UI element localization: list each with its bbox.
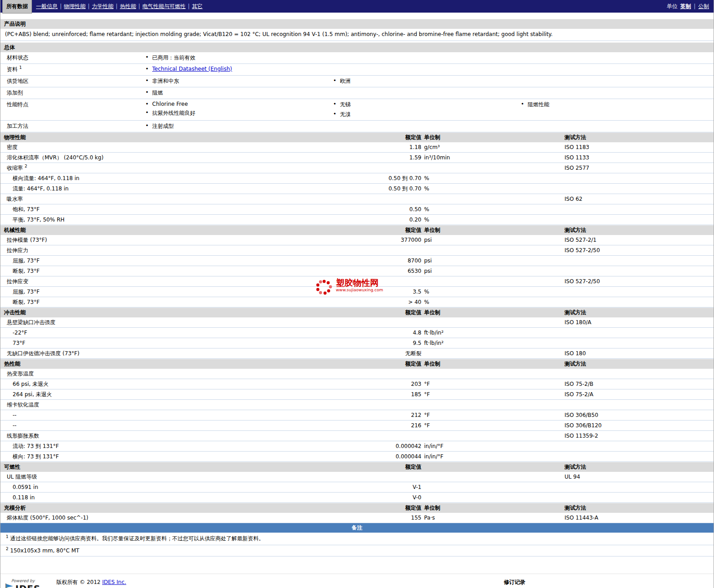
property-label: -22°F bbox=[0, 330, 311, 336]
property-unit: psi bbox=[421, 268, 562, 274]
table-row: 平衡, 73°F, 50% RH 0.20 % bbox=[0, 215, 714, 225]
test-method: ISO 180 bbox=[562, 350, 714, 357]
section-header-mechanical: 机械性能 额定值 单位制 测试方法 bbox=[0, 225, 714, 235]
powered-by-label: Powered by bbox=[5, 579, 54, 583]
table-row: 横向流量: 464°F, 0.118 in 0.50 到 0.70 % bbox=[0, 173, 714, 184]
column-header-value: 额定值 bbox=[311, 463, 421, 471]
table-row: 资料 1 Technical Datasheet (English) bbox=[0, 64, 714, 76]
test-method: ISO 11359-2 bbox=[562, 433, 714, 439]
column-header-value: 额定值 bbox=[311, 226, 421, 234]
table-row: 吸水率 ISO 62 bbox=[0, 194, 714, 204]
property-label: 66 psi, 未退火 bbox=[0, 380, 311, 388]
table-row: 断裂, 73°F > 40 % bbox=[0, 297, 714, 308]
property-label: 加工方法 bbox=[0, 122, 140, 130]
table-row: 悬壁梁缺口冲击强度 ISO 180/A bbox=[0, 317, 714, 328]
property-label: 线形膨胀系数 bbox=[0, 432, 311, 440]
bullet-value: 阻燃 bbox=[145, 89, 328, 97]
table-row: 性能特点 Chlorine Free 抗紫外线性能良好 无锑 无溴 阻燃性能 bbox=[0, 99, 714, 121]
section-title: 总体 bbox=[4, 44, 15, 50]
column-header-value: 额定值 bbox=[311, 360, 421, 368]
tab-all-data[interactable]: 所有数据 bbox=[2, 0, 32, 14]
property-value: 0.50 到 0.70 bbox=[311, 175, 421, 182]
bullet-value: 无溴 bbox=[333, 111, 515, 118]
ides-logo[interactable]: Powered by IDES bbox=[5, 579, 54, 588]
copyright-block: 版权所有 © 2012 IDES Inc. 此数据表中的信息由 IDES 从该材… bbox=[54, 579, 504, 588]
property-label: 悬壁梁缺口冲击强度 bbox=[0, 319, 311, 326]
technical-datasheet-link[interactable]: Technical Datasheet (English) bbox=[152, 66, 232, 72]
tab-other[interactable]: 其它 bbox=[192, 3, 203, 10]
property-label: 屈服, 73°F bbox=[0, 288, 311, 296]
property-label: 拉伸应变 bbox=[0, 278, 311, 285]
property-unit: % bbox=[421, 185, 562, 192]
bullet-value: Technical Datasheet (English) bbox=[145, 66, 328, 72]
table-row: 拉伸应变 ISO 527-2/50 bbox=[0, 276, 714, 287]
property-label: 维卡软化温度 bbox=[0, 401, 311, 409]
notes-header: 备注 bbox=[0, 523, 714, 533]
tab-physical[interactable]: 物理性能 bbox=[64, 3, 86, 10]
property-value: 1.59 bbox=[311, 154, 421, 161]
top-navigation: 所有数据 一般信息 物理性能 力学性能 热性能 电气性能与可燃性 其它 单位 英… bbox=[0, 0, 714, 13]
units-separator bbox=[694, 3, 696, 9]
property-label: 密度 bbox=[0, 144, 311, 151]
column-header-value: 额定值 bbox=[311, 309, 421, 317]
column-header-unit: 单位制 bbox=[421, 226, 562, 234]
units-english-link[interactable]: 英制 bbox=[680, 3, 691, 10]
table-row: 维卡软化温度 bbox=[0, 400, 714, 410]
section-header-impact: 冲击性能 额定值 单位制 测试方法 bbox=[0, 308, 714, 317]
section-title: 产品说明 bbox=[4, 21, 26, 27]
table-row: 264 psi, 未退火 185 °F ISO 75-2/A bbox=[0, 389, 714, 400]
property-value: 0.50 到 0.70 bbox=[311, 185, 421, 193]
property-unit: % bbox=[421, 299, 562, 305]
section-header-general: 总体 bbox=[0, 42, 714, 52]
property-unit: % bbox=[421, 175, 562, 181]
property-value: 0.000042 bbox=[311, 443, 421, 449]
tab-general-info[interactable]: 一般信息 bbox=[36, 3, 58, 10]
table-row: 横向: 73 到 131°F 0.000044 in/in/°F bbox=[0, 452, 714, 462]
bullet-value: 非洲和中东 bbox=[145, 77, 328, 85]
table-row: 断裂, 73°F 6530 psi bbox=[0, 266, 714, 276]
property-label: 73°F bbox=[0, 340, 311, 346]
property-unit: % bbox=[421, 289, 562, 295]
property-unit: °F bbox=[421, 391, 562, 398]
property-value: 8700 bbox=[311, 258, 421, 264]
note-item: 2 150x105x3 mm, 80°C MT bbox=[0, 545, 714, 556]
property-label: 横向: 73 到 131°F bbox=[0, 453, 311, 461]
tab-thermal[interactable]: 热性能 bbox=[120, 3, 136, 10]
property-label: 材料状态 bbox=[0, 54, 140, 62]
property-value: 216 bbox=[311, 422, 421, 429]
column-header-unit: 单位制 bbox=[421, 134, 562, 141]
bullet-value: 已商用：当前有效 bbox=[145, 54, 328, 62]
property-label: 流量: 464°F, 0.118 in bbox=[0, 185, 311, 193]
ides-inc-link[interactable]: IDES Inc. bbox=[102, 579, 126, 585]
property-label: 流动: 73 到 131°F bbox=[0, 443, 311, 450]
property-unit: ft·lb/in² bbox=[421, 340, 562, 346]
property-value: 6530 bbox=[311, 268, 421, 274]
section-header-physical: 物理性能 额定值 单位制 测试方法 bbox=[0, 132, 714, 142]
property-label: UL 阻燃等级 bbox=[0, 473, 311, 481]
property-label: 屈服, 73°F bbox=[0, 257, 311, 265]
property-unit: in³/10min bbox=[421, 154, 562, 161]
property-label: 断裂, 73°F bbox=[0, 299, 311, 306]
property-label: -- bbox=[0, 422, 311, 429]
table-row: 66 psi, 未退火 203 °F ISO 75-2/B bbox=[0, 379, 714, 389]
table-row: 屈服, 73°F 3.5 % bbox=[0, 287, 714, 297]
property-unit: in/in/°F bbox=[421, 443, 562, 449]
bullet-value: Chlorine Free bbox=[145, 101, 328, 107]
test-method: ISO 1133 bbox=[562, 154, 714, 161]
bullet-value: 无锑 bbox=[333, 101, 515, 109]
tab-mechanical[interactable]: 力学性能 bbox=[92, 3, 113, 10]
property-unit: Pa·s bbox=[421, 515, 562, 521]
table-row: 供货地区 非洲和中东 欧洲 bbox=[0, 76, 714, 87]
note-item: 1 通过这些链接您能够访问供应商资料。我们尽量保证及时更新资料；不过您可以从供应… bbox=[0, 533, 714, 545]
revision-title: 修订记录 bbox=[504, 579, 709, 586]
property-label: 0.0591 in bbox=[0, 484, 311, 490]
column-header-test: 测试方法 bbox=[562, 309, 714, 317]
property-label: 饱和, 73°F bbox=[0, 206, 311, 213]
section-header-product-description: 产品说明 bbox=[0, 19, 714, 29]
tab-electrical-flammability[interactable]: 电气性能与可燃性 bbox=[142, 3, 185, 10]
table-row: 拉伸模量 (73°F) 377000 psi ISO 527-2/1 bbox=[0, 235, 714, 245]
property-label: 热变形温度 bbox=[0, 370, 311, 378]
property-value: V-0 bbox=[311, 494, 421, 501]
units-metric-link[interactable]: 公制 bbox=[698, 3, 709, 10]
section-header-thermal: 热性能 额定值 单位制 测试方法 bbox=[0, 359, 714, 369]
